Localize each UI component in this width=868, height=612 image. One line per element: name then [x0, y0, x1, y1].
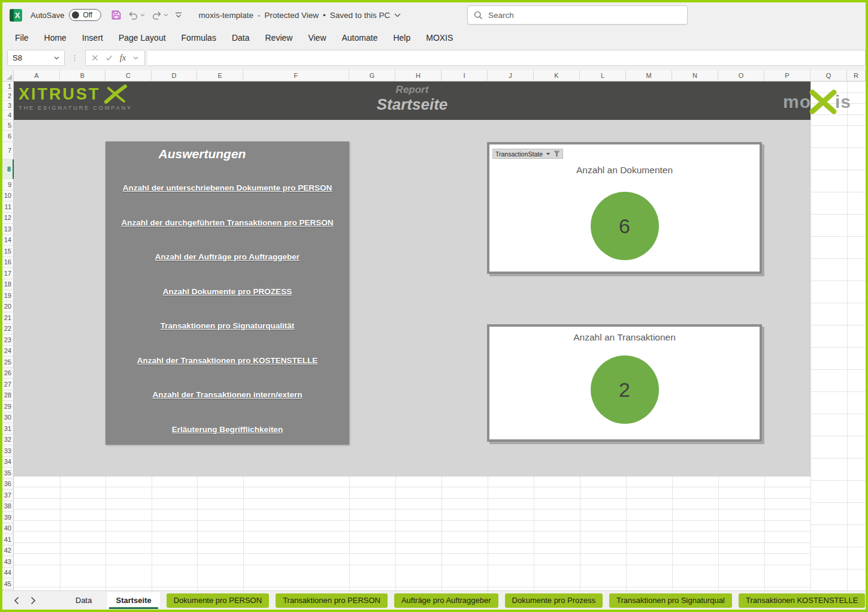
- row-header[interactable]: 28: [2, 390, 13, 402]
- row-header[interactable]: 18: [2, 279, 13, 291]
- redo-icon[interactable]: [151, 10, 168, 20]
- row-header[interactable]: 42: [2, 545, 13, 557]
- row-header[interactable]: 19: [2, 290, 13, 302]
- row-header[interactable]: 30: [2, 412, 13, 424]
- name-box[interactable]: S8: [7, 50, 65, 66]
- column-header[interactable]: D: [152, 70, 198, 81]
- ribbon-tab[interactable]: Data: [224, 28, 258, 48]
- sheet-nav-right-icon[interactable]: [28, 595, 38, 606]
- row-header[interactable]: 1: [2, 82, 13, 91]
- column-header[interactable]: E: [197, 70, 243, 81]
- sheet-tab[interactable]: Transaktionen pro Signaturqual: [609, 593, 732, 608]
- row-header[interactable]: 29: [2, 401, 13, 412]
- report-link[interactable]: Anzahl der Transaktionen intern/extern: [105, 390, 349, 400]
- report-link[interactable]: Anzahl der unterschriebenen Dokumente pr…: [105, 183, 349, 193]
- sheet-nav-left-icon[interactable]: [11, 595, 22, 606]
- row-header[interactable]: 36: [2, 479, 13, 490]
- row-header[interactable]: 31: [2, 423, 13, 435]
- enter-check-icon[interactable]: [105, 55, 113, 61]
- insert-function-icon[interactable]: fx: [120, 53, 126, 63]
- row-header[interactable]: 32: [2, 435, 13, 446]
- report-link[interactable]: Anzahl Dokumente pro PROZESS: [105, 287, 349, 297]
- ribbon-tab[interactable]: Page Layout: [111, 28, 174, 48]
- row-header[interactable]: 13: [2, 224, 13, 235]
- row-header[interactable]: 23: [2, 334, 13, 346]
- column-header[interactable]: K: [534, 70, 580, 81]
- autosave-toggle[interactable]: Off: [69, 9, 101, 21]
- ribbon-tab[interactable]: MOXIS: [418, 28, 461, 48]
- row-header[interactable]: 45: [2, 578, 13, 590]
- column-header[interactable]: N: [672, 70, 718, 81]
- customize-toolbar-icon[interactable]: [174, 11, 183, 19]
- row-header[interactable]: 14: [2, 235, 13, 246]
- sheet-tab[interactable]: Startseite: [107, 592, 159, 609]
- sheet-tab[interactable]: Dokumente pro Prozess: [505, 593, 603, 608]
- report-link[interactable]: Erläuterung Begrifflichkeiten: [105, 425, 349, 435]
- cancel-icon[interactable]: [92, 55, 98, 61]
- column-header[interactable]: C: [105, 70, 152, 81]
- chevron-down-icon[interactable]: [54, 56, 59, 60]
- row-header[interactable]: 21: [2, 312, 13, 324]
- column-header[interactable]: M: [626, 70, 672, 81]
- column-header[interactable]: Q: [810, 70, 847, 81]
- column-header[interactable]: H: [395, 70, 441, 81]
- ribbon-tab[interactable]: File: [7, 28, 37, 48]
- ribbon-tab[interactable]: Review: [258, 28, 301, 48]
- row-header[interactable]: 4: [2, 110, 13, 120]
- column-header[interactable]: I: [441, 70, 488, 81]
- row-header[interactable]: 3: [2, 101, 13, 110]
- row-header[interactable]: 7: [2, 142, 13, 159]
- row-header[interactable]: 39: [2, 512, 13, 523]
- row-header[interactable]: 34: [2, 457, 13, 468]
- column-header[interactable]: A: [14, 70, 60, 81]
- column-header[interactable]: O: [718, 70, 764, 81]
- row-header[interactable]: 9: [2, 179, 13, 191]
- row-header[interactable]: 11: [2, 201, 13, 213]
- ribbon-tab[interactable]: Automate: [334, 28, 386, 48]
- excel-app-icon[interactable]: X: [10, 9, 22, 22]
- row-header[interactable]: 40: [2, 523, 13, 535]
- report-link[interactable]: Anzahl der Transaktionen pro KOSTENSTELL…: [105, 356, 349, 366]
- search-box[interactable]: [467, 5, 688, 25]
- undo-icon[interactable]: [128, 10, 145, 20]
- row-header[interactable]: 20: [2, 302, 13, 313]
- row-header[interactable]: 38: [2, 501, 13, 512]
- sheet-tab[interactable]: Aufträge pro Auftraggeber: [394, 593, 498, 608]
- row-header[interactable]: 12: [2, 213, 13, 224]
- search-input[interactable]: [488, 11, 656, 20]
- ribbon-tab[interactable]: Help: [385, 28, 418, 48]
- row-header[interactable]: 15: [2, 246, 13, 257]
- row-header[interactable]: 33: [2, 445, 13, 457]
- row-header[interactable]: 6: [2, 131, 13, 142]
- row-header[interactable]: 35: [2, 468, 13, 479]
- ribbon-tab[interactable]: Home: [37, 28, 74, 48]
- report-link[interactable]: Transaktionen pro Signaturqualität: [105, 321, 349, 331]
- column-header[interactable]: J: [488, 70, 534, 81]
- transactionstate-filter-button[interactable]: TransactionState: [492, 149, 563, 159]
- column-header[interactable]: L: [580, 70, 626, 81]
- sheet-tab[interactable]: Transaktionen KOSTENSTELLE: [739, 593, 865, 608]
- column-header[interactable]: P: [764, 70, 810, 81]
- ribbon-tab[interactable]: Formulas: [174, 28, 224, 48]
- document-title[interactable]: moxis-template - Protected View • Saved …: [198, 11, 401, 20]
- save-icon[interactable]: [111, 10, 122, 20]
- row-header[interactable]: 37: [2, 490, 13, 501]
- ribbon-tab[interactable]: Insert: [74, 28, 111, 48]
- chevron-down-icon[interactable]: [133, 56, 138, 60]
- column-header[interactable]: G: [349, 70, 395, 81]
- row-header[interactable]: 44: [2, 568, 13, 579]
- row-header[interactable]: 43: [2, 556, 13, 568]
- row-header[interactable]: 25: [2, 357, 13, 368]
- row-header[interactable]: 10: [2, 191, 13, 202]
- row-header[interactable]: 8: [2, 159, 14, 179]
- row-header[interactable]: 26: [2, 368, 13, 379]
- row-header[interactable]: 2: [2, 91, 13, 101]
- sheet-tab[interactable]: Data: [66, 593, 101, 608]
- row-header[interactable]: 16: [2, 257, 13, 269]
- row-header[interactable]: 41: [2, 534, 13, 545]
- row-header[interactable]: 5: [2, 120, 13, 131]
- column-header[interactable]: R: [847, 70, 866, 81]
- sheet-tab[interactable]: Dokumente pro PERSON: [167, 593, 269, 608]
- row-header[interactable]: 24: [2, 346, 13, 357]
- row-header[interactable]: 27: [2, 379, 13, 390]
